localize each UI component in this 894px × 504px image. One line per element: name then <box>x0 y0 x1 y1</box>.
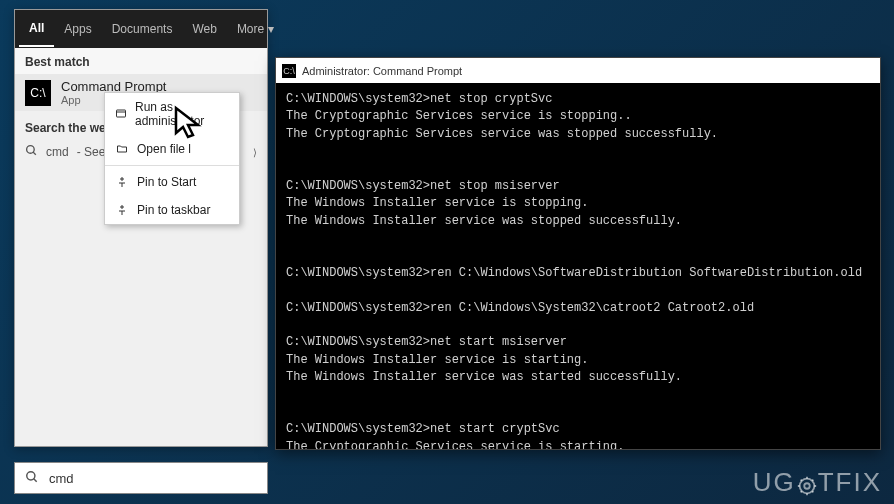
best-match-header: Best match <box>15 48 267 74</box>
context-label: Pin to taskbar <box>137 203 210 217</box>
watermark: UGTFIX <box>753 467 882 498</box>
search-icon <box>25 470 39 487</box>
web-hint-suffix: - See <box>77 145 106 159</box>
search-icon <box>25 144 38 160</box>
web-hint-query: cmd <box>46 145 69 159</box>
search-filter-tabs: All Apps Documents Web More ▾ <box>15 10 267 48</box>
svg-rect-2 <box>117 110 126 117</box>
search-input-value: cmd <box>49 471 74 486</box>
pin-taskbar-icon <box>115 204 129 216</box>
folder-icon <box>115 143 129 155</box>
cursor-pointer-icon <box>173 105 213 145</box>
command-prompt-window: C:\ Administrator: Command Prompt C:\WIN… <box>275 57 881 450</box>
chevron-down-icon: ▾ <box>268 22 274 36</box>
tab-all[interactable]: All <box>19 11 54 47</box>
tab-more[interactable]: More ▾ <box>227 12 284 46</box>
svg-line-4 <box>34 478 37 481</box>
context-menu: Run as administrator Open file l Pin to … <box>104 92 240 225</box>
start-search-panel: All Apps Documents Web More ▾ Best match… <box>14 9 268 447</box>
svg-line-1 <box>33 152 36 155</box>
context-run-as-admin[interactable]: Run as administrator <box>105 93 239 135</box>
watermark-text-1: UG <box>753 467 796 497</box>
command-prompt-icon: C:\ <box>25 80 51 106</box>
context-pin-to-start[interactable]: Pin to Start <box>105 168 239 196</box>
cmd-output[interactable]: C:\WINDOWS\system32>net stop cryptSvc Th… <box>276 83 880 449</box>
svg-point-3 <box>27 471 35 479</box>
gear-icon <box>796 473 818 495</box>
desktop: All Apps Documents Web More ▾ Best match… <box>0 0 894 504</box>
cmd-titlebar-icon: C:\ <box>282 64 296 78</box>
chevron-right-icon: ⟩ <box>253 147 257 158</box>
taskbar-search-box[interactable]: cmd <box>14 462 268 494</box>
context-separator <box>105 165 239 166</box>
context-label: Pin to Start <box>137 175 196 189</box>
svg-point-0 <box>27 146 35 154</box>
watermark-text-2: TFIX <box>818 467 882 497</box>
tab-documents[interactable]: Documents <box>102 12 183 46</box>
tab-web[interactable]: Web <box>182 12 226 46</box>
context-pin-to-taskbar[interactable]: Pin to taskbar <box>105 196 239 224</box>
shield-admin-icon <box>115 108 127 120</box>
cmd-window-title: Administrator: Command Prompt <box>302 65 462 77</box>
cmd-titlebar[interactable]: C:\ Administrator: Command Prompt <box>276 58 880 83</box>
tab-apps[interactable]: Apps <box>54 12 101 46</box>
context-open-file-location[interactable]: Open file l <box>105 135 239 163</box>
pin-start-icon <box>115 176 129 188</box>
tab-more-label: More <box>237 22 264 36</box>
svg-point-6 <box>804 483 810 489</box>
